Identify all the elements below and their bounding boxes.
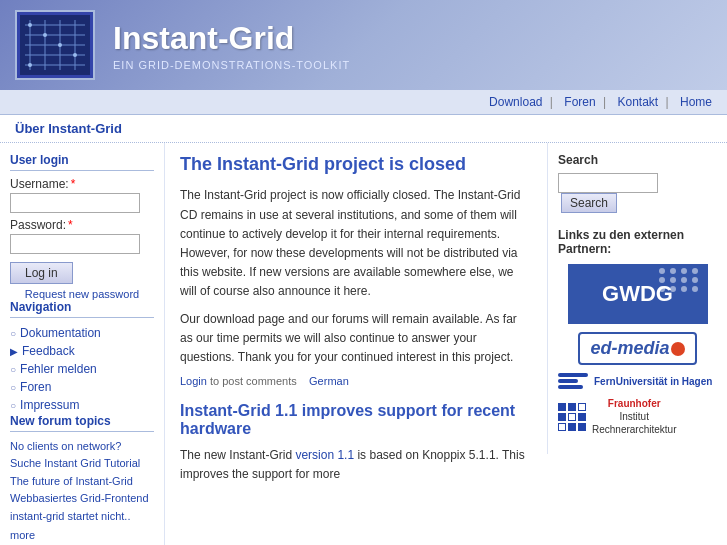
more-link[interactable]: more	[10, 529, 154, 541]
nav-item-fehler: ○ Fehler melden	[10, 360, 154, 378]
nav-bullet-fehler: ○	[10, 364, 16, 375]
fernuni-icon	[558, 373, 588, 389]
version-link[interactable]: version 1.1	[295, 448, 354, 462]
partners-title: Links zu den externen Partnern:	[558, 228, 717, 256]
article2-body: The new Instant-Grid version 1.1 is base…	[180, 446, 532, 484]
username-label: Username:*	[10, 177, 154, 191]
article1-footer: Login to post comments German	[180, 375, 532, 387]
gwdg-dots	[659, 268, 700, 292]
login-button-row: Log in	[10, 262, 154, 284]
partners-section: Links zu den externen Partnern: GWDG ed-…	[558, 228, 717, 436]
svg-point-13	[73, 53, 77, 57]
partner-edmedia: ed-media	[558, 332, 717, 365]
svg-point-12	[58, 43, 62, 47]
forum-topic-2[interactable]: The future of Instant-Grid	[10, 473, 154, 490]
partner-fraunhofer: FraunhoferInstitutRechnerarchitektur	[558, 397, 717, 436]
nav-link-feedback[interactable]: Feedback	[22, 344, 75, 358]
nav-link-dokumentation[interactable]: Dokumentation	[20, 326, 101, 340]
nav-link-foren[interactable]: Foren	[20, 380, 51, 394]
fraunhofer-logo: FraunhoferInstitutRechnerarchitektur	[558, 397, 717, 436]
edmedia-logo: ed-media	[578, 332, 696, 365]
nav-item-impressum: ○ Impressum	[10, 396, 154, 414]
fernuni-text: FernUniversität in Hagen	[594, 376, 712, 387]
article1-body1: The Instant-Grid project is now official…	[180, 186, 532, 301]
svg-point-14	[28, 63, 32, 67]
edmedia-text: ed-media	[590, 338, 669, 358]
svg-point-10	[28, 23, 32, 27]
partner-fernuni: FernUniversität in Hagen	[558, 373, 717, 389]
nav-foren[interactable]: Foren	[564, 95, 595, 109]
nav-sep-3: |	[666, 95, 669, 109]
nav-item-feedback: ▶ Feedback	[10, 342, 154, 360]
right-sidebar: Search Search Links zu den externen Part…	[547, 143, 727, 454]
site-logo	[15, 10, 95, 80]
main-layout: User login Username:* Password:* Log in …	[0, 143, 727, 545]
forum-title: New forum topics	[10, 414, 154, 432]
article2-title: Instant-Grid 1.1 improves support for re…	[180, 402, 532, 438]
username-input[interactable]	[10, 193, 140, 213]
nav-bullet-foren: ○	[10, 382, 16, 393]
request-password-link[interactable]: Request new password	[10, 288, 154, 300]
article1-title: The Instant-Grid project is closed	[180, 153, 532, 176]
center-content: The Instant-Grid project is closed The I…	[165, 143, 547, 502]
header-text: Instant-Grid Ein Grid-Demonstrations-Too…	[113, 20, 350, 71]
breadcrumb: Über Instant-Grid	[0, 115, 727, 143]
forum-section: New forum topics No clients on network? …	[10, 414, 154, 541]
article1-login-link[interactable]: Login	[180, 375, 207, 387]
nav-download[interactable]: Download	[489, 95, 542, 109]
nav-bullet-impressum: ○	[10, 400, 16, 411]
nav-home[interactable]: Home	[680, 95, 712, 109]
forum-topic-3[interactable]: Webbasiertes Grid-Frontend	[10, 490, 154, 507]
forum-topic-4[interactable]: instant-grid startet nicht..	[10, 508, 154, 525]
nav-item-dokumentation: ○ Dokumentation	[10, 324, 154, 342]
fernuni-logo: FernUniversität in Hagen	[558, 373, 717, 389]
site-title: Instant-Grid	[113, 20, 350, 57]
fraunhofer-grid-icon	[558, 403, 586, 431]
nav-kontakt[interactable]: Kontakt	[617, 95, 658, 109]
nav-link-fehler[interactable]: Fehler melden	[20, 362, 97, 376]
login-title: User login	[10, 153, 154, 171]
fraunhofer-text: FraunhoferInstitutRechnerarchitektur	[592, 397, 676, 436]
password-label: Password:*	[10, 218, 154, 232]
site-header: Instant-Grid Ein Grid-Demonstrations-Too…	[0, 0, 727, 90]
search-section: Search Search	[558, 153, 717, 213]
nav-sep-1: |	[550, 95, 553, 109]
nav-title: Navigation	[10, 300, 154, 318]
top-navigation: Download | Foren | Kontakt | Home	[0, 90, 727, 115]
nav-link-impressum[interactable]: Impressum	[20, 398, 79, 412]
login-button[interactable]: Log in	[10, 262, 73, 284]
navigation-section: Navigation ○ Dokumentation ▶ Feedback ○ …	[10, 300, 154, 414]
nav-item-foren: ○ Foren	[10, 378, 154, 396]
login-section: User login Username:* Password:* Log in …	[10, 153, 154, 300]
gwdg-logo: GWDG	[568, 264, 708, 324]
nav-arrow-feedback: ▶	[10, 346, 18, 357]
sidebar: User login Username:* Password:* Log in …	[0, 143, 165, 545]
article1-german-link[interactable]: German	[309, 375, 349, 387]
search-row: Search	[558, 173, 717, 213]
forum-topic-1[interactable]: Suche Instant Grid Tutorial	[10, 455, 154, 472]
nav-sep-2: |	[603, 95, 606, 109]
search-title: Search	[558, 153, 717, 167]
partner-gwdg: GWDG	[558, 264, 717, 324]
svg-point-11	[43, 33, 47, 37]
site-subtitle: Ein Grid-Demonstrations-Toolkit	[113, 59, 350, 71]
forum-topic-0[interactable]: No clients on network?	[10, 438, 154, 455]
edmedia-circle	[671, 342, 685, 356]
password-input[interactable]	[10, 234, 140, 254]
article1-body2: Our download page and our forums will re…	[180, 310, 532, 368]
search-input[interactable]	[558, 173, 658, 193]
search-button[interactable]: Search	[561, 193, 617, 213]
nav-bullet-dokumentation: ○	[10, 328, 16, 339]
